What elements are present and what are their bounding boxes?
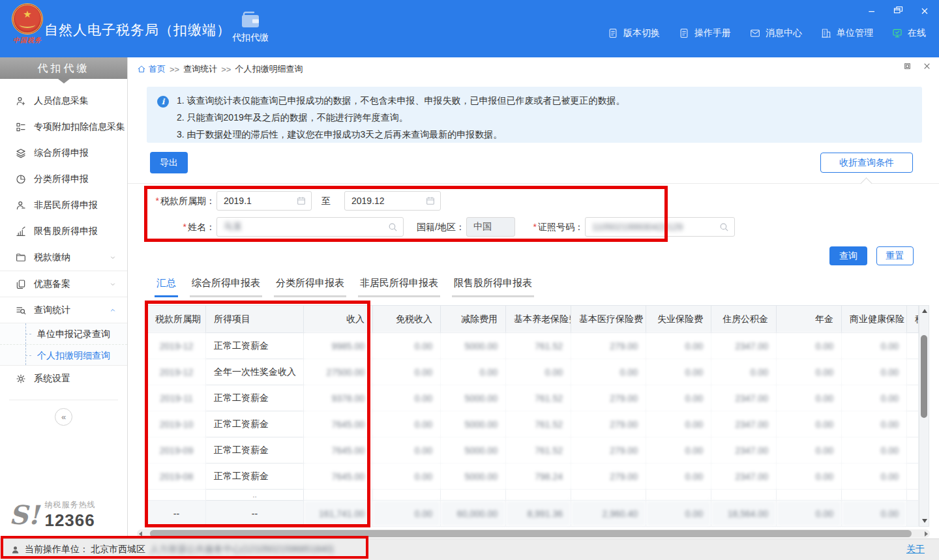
table-cell-value: 0.00: [646, 501, 711, 527]
header-menu-item[interactable]: 在线: [891, 27, 926, 39]
cert-label: *证照号码：: [518, 222, 584, 233]
period-from-input[interactable]: 2019.1: [216, 191, 312, 211]
table-cell-value: 5000.00: [441, 333, 506, 359]
scroll-up-icon[interactable]: [922, 309, 927, 313]
close-icon[interactable]: [923, 62, 931, 70]
mail-icon: [749, 27, 761, 39]
sidebar-item-系统设置[interactable]: 系统设置: [0, 366, 127, 392]
table-cell-value: [441, 490, 506, 501]
sidebar-item-优惠备案[interactable]: 优惠备案: [0, 271, 127, 297]
table-cell-value: 0.00: [842, 411, 907, 437]
sidebar-item-分类所得申报[interactable]: 分类所得申报: [0, 166, 127, 192]
search-icon[interactable]: [719, 222, 730, 233]
breadcrumb-home[interactable]: 首页: [137, 63, 166, 75]
reset-button[interactable]: 重置: [876, 246, 914, 265]
online-status-icon: [891, 27, 903, 39]
layers-icon: [14, 147, 27, 160]
user-add-icon: [14, 95, 27, 108]
sidebar-item-label: 非居民所得申报: [34, 199, 98, 211]
table-cell-value: 27500.00: [304, 359, 373, 385]
table-cell-value: [777, 490, 842, 501]
nationality-input[interactable]: 中国: [466, 217, 515, 237]
building-icon: [820, 27, 832, 39]
collapse-query-button[interactable]: 收折查询条件: [820, 153, 913, 173]
table-cell-value: 18,564.00: [711, 501, 777, 527]
export-button[interactable]: 导出: [150, 152, 188, 173]
tab-限售股所得申报表[interactable]: 限售股所得申报表: [452, 277, 534, 297]
table-cell-value: 0.00: [777, 359, 842, 385]
table-row: 2019-12全年一次性奖金收入27500.000.000.000.000.00…: [147, 359, 919, 385]
horizontal-scrollbar[interactable]: [137, 529, 930, 538]
info-icon: i: [157, 96, 169, 108]
table-cell-value: 0.00: [441, 359, 506, 385]
header-menu-label: 版本切换: [623, 27, 660, 39]
table-cell-value: [907, 333, 919, 359]
table-cell-value: 60,000.00: [441, 501, 506, 527]
sidebar-subitem-个人扣缴明细查询[interactable]: 个人扣缴明细查询: [0, 344, 127, 365]
header-menu-item[interactable]: 消息中心: [749, 27, 802, 39]
minimize-icon[interactable]: [867, 6, 877, 16]
table-row: 2019-11正常工资薪金9378.000.005000.00761.52279…: [147, 385, 919, 411]
tab-非居民所得申报表[interactable]: 非居民所得申报表: [358, 277, 440, 297]
table-cell-value: 2347.00: [711, 385, 777, 411]
period-to-label: 至: [321, 196, 331, 207]
scroll-down-icon[interactable]: [922, 519, 927, 523]
result-tabs: 汇总综合所得申报表分类所得申报表非居民所得申报表限售股所得申报表: [155, 277, 534, 297]
table-cell-value: 9378.00: [304, 385, 373, 411]
header-menu: 版本切换操作手册消息中心单位管理在线: [607, 27, 926, 39]
sidebar-item-综合所得申报[interactable]: 综合所得申报: [0, 140, 127, 166]
table-cell-value: 0.00: [646, 359, 711, 385]
header-menu-item[interactable]: 版本切换: [607, 27, 660, 39]
maximize-icon[interactable]: [903, 62, 912, 70]
hotline-number: 12366: [44, 510, 95, 531]
scroll-right-icon[interactable]: [925, 531, 928, 537]
period-label: *税款所属期：: [147, 196, 215, 207]
header-menu-item[interactable]: 操作手册: [678, 27, 731, 39]
restore-icon[interactable]: [893, 5, 904, 16]
calendar-icon[interactable]: [425, 196, 436, 206]
header-menu-label: 在线: [908, 27, 926, 39]
period-to-input[interactable]: 2019.12: [344, 191, 441, 211]
tab-汇总[interactable]: 汇总: [155, 277, 178, 297]
vertical-scroll-thumb[interactable]: [921, 335, 927, 418]
table-cell-value: 279.00: [571, 333, 646, 359]
name-input[interactable]: 马某: [216, 217, 404, 237]
sidebar-item-非居民所得申报[interactable]: 非居民所得申报: [0, 192, 127, 218]
table-cell-value: 279.00: [571, 411, 646, 437]
search-button[interactable]: 查询: [829, 246, 867, 265]
column-header: 税款所属期: [147, 306, 206, 333]
sidebar-item-label: 分类所得申报: [34, 173, 89, 185]
vertical-scrollbar[interactable]: [919, 305, 929, 527]
horizontal-scroll-thumb[interactable]: [150, 530, 912, 537]
table-cell-value: 0.00: [646, 464, 711, 490]
sidebar-item-人员信息采集[interactable]: 人员信息采集: [0, 88, 127, 114]
scroll-left-icon[interactable]: [139, 531, 142, 537]
table-cell-value: 279.00: [571, 464, 646, 490]
table-cell-period: [147, 490, 206, 501]
sidebar-item-税款缴纳[interactable]: 税款缴纳: [0, 244, 127, 271]
close-icon[interactable]: [919, 6, 930, 16]
table-cell-period: 2019-11: [147, 385, 206, 411]
table-cell-item: 正常工资薪金: [206, 437, 304, 464]
nationality-label: 国籍/地区：: [409, 222, 465, 233]
cert-input[interactable]: 110502199930422129: [585, 217, 735, 237]
about-link[interactable]: 关于: [906, 544, 925, 555]
sidebar-subitem-单位申报记录查询[interactable]: 单位申报记录查询: [0, 323, 127, 344]
tab-分类所得申报表[interactable]: 分类所得申报表: [274, 277, 346, 297]
table-cell-value: 161,741.00: [304, 501, 373, 527]
sidebar-item-查询统计[interactable]: 查询统计: [0, 297, 127, 323]
app-header: ★ 中国税务 自然人电子税务局（扣缴端） 代扣代缴 版本切换操作手册消息中心单位…: [0, 0, 939, 57]
name-label: *姓名：: [167, 222, 215, 233]
search-icon[interactable]: [387, 222, 398, 233]
sidebar-item-label: 限售股所得申报: [34, 226, 98, 237]
tab-综合所得申报表[interactable]: 综合所得申报表: [190, 277, 262, 297]
breadcrumb-item[interactable]: 查询统计: [183, 63, 217, 75]
sidebar-item-专项附加扣除信息采集[interactable]: 专项附加扣除信息采集: [0, 114, 127, 140]
header-menu-item[interactable]: 单位管理: [820, 27, 873, 39]
calendar-icon[interactable]: [296, 196, 306, 206]
chevron-down-icon: [109, 280, 117, 288]
sidebar-collapse-button[interactable]: «: [55, 408, 72, 426]
sidebar-item-限售股所得申报[interactable]: 限售股所得申报: [0, 218, 127, 244]
app-tab-daikoudaijiao[interactable]: 代扣代缴: [220, 0, 280, 57]
table-cell-value: 9985.00: [304, 333, 373, 359]
